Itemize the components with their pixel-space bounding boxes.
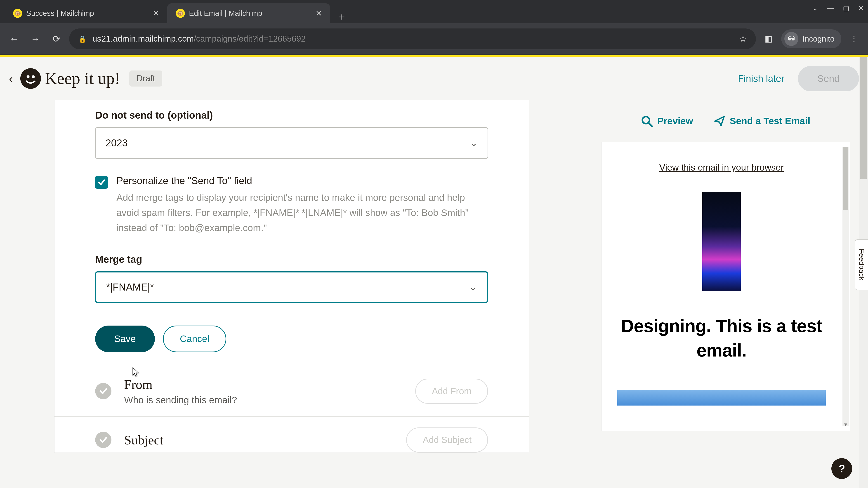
svg-point-1 [27,75,30,78]
feedback-tab[interactable]: Feedback [855,239,868,290]
scroll-thumb[interactable] [843,147,848,210]
close-icon[interactable]: ✕ [314,9,323,18]
from-heading: From [124,377,403,392]
bookmark-star-icon[interactable]: ☆ [739,34,747,44]
mailchimp-favicon-icon: 🐵 [176,9,185,18]
personalize-title: Personalize the "Send To" field [116,175,488,186]
chevron-down-icon: ⌄ [469,282,477,292]
tab-title: Edit Email | Mailchimp [189,9,310,18]
from-section: From Who is sending this email? Add From [54,366,529,417]
svg-point-2 [32,75,35,78]
preview-button[interactable]: Preview [641,115,693,127]
send-test-button[interactable]: Send a Test Email [713,115,810,127]
app-header: ‹ Keep it up! Draft Finish later Send [0,57,868,100]
tab-strip: 🐵 Success | Mailchimp ✕ 🐵 Edit Email | M… [0,0,868,23]
cancel-button[interactable]: Cancel [163,326,226,352]
reload-button[interactable]: ⟳ [48,30,65,47]
save-button[interactable]: Save [95,326,155,352]
personalize-description: Add merge tags to display your recipient… [116,190,488,236]
send-button[interactable]: Send [798,66,859,91]
merge-tag-label: Merge tag [95,254,488,265]
forward-button[interactable]: → [27,30,44,47]
window-close-button[interactable]: ✕ [858,4,864,12]
send-icon [713,115,725,127]
status-incomplete-icon [95,383,112,399]
browser-toolbar: ← → ⟳ 🔒 us21.admin.mailchimp.com/campaig… [0,23,868,55]
campaign-title[interactable]: Keep it up! [45,69,120,88]
to-section-panel: Do not send to (optional) 2023 ⌄ Persona… [54,100,529,366]
subject-section: Subject Add Subject [54,417,529,453]
back-button[interactable]: ← [5,30,23,47]
main-content: Do not send to (optional) 2023 ⌄ Persona… [0,100,868,488]
merge-tag-select[interactable]: *|FNAME|* ⌄ [95,271,488,303]
send-test-label: Send a Test Email [730,116,810,127]
personalize-row: Personalize the "Send To" field Add merg… [95,175,488,236]
window-controls: ⌄ — ▢ ✕ [812,4,864,12]
help-button[interactable]: ? [831,458,852,479]
form-column: Do not send to (optional) 2023 ⌄ Persona… [0,100,583,488]
tabs-dropdown-icon[interactable]: ⌄ [812,4,818,12]
add-subject-button[interactable]: Add Subject [406,427,488,453]
menu-icon[interactable]: ⋮ [845,30,863,47]
search-icon [641,115,653,127]
mailchimp-favicon-icon: 🐵 [13,9,22,18]
incognito-indicator[interactable]: 🕶 Incognito [781,29,841,48]
mailchimp-logo-icon[interactable] [18,66,43,91]
finish-later-link[interactable]: Finish later [738,73,784,84]
incognito-icon: 🕶 [784,32,798,46]
new-tab-button[interactable]: ＋ [330,10,353,23]
preview-column: Preview Send a Test Email View this emai… [583,100,868,488]
add-from-button[interactable]: Add From [415,379,488,404]
preview-image-strip [617,390,826,405]
personalize-checkbox[interactable] [95,176,108,189]
scroll-thumb[interactable] [860,57,867,179]
brand-stripe [0,55,868,57]
address-bar[interactable]: 🔒 us21.admin.mailchimp.com/campaigns/edi… [69,29,756,49]
svg-line-4 [649,123,652,126]
chevron-down-icon: ⌄ [470,138,477,148]
preview-label: Preview [657,116,693,127]
incognito-label: Incognito [802,34,835,43]
lock-icon: 🔒 [78,35,87,43]
do-not-send-value: 2023 [105,137,128,149]
email-preview-frame: View this email in your browser Designin… [601,142,850,431]
extensions-icon[interactable]: ◧ [760,30,777,47]
url-path: /campaigns/edit?id=12665692 [194,34,306,43]
status-badge: Draft [129,70,162,87]
do-not-send-label: Do not send to (optional) [95,109,488,121]
tab-title: Success | Mailchimp [26,9,147,18]
email-preview-body[interactable]: View this email in your browser Designin… [601,142,842,431]
minimize-button[interactable]: — [827,4,834,12]
from-subtitle: Who is sending this email? [124,395,403,405]
url-host: us21.admin.mailchimp.com [92,34,194,43]
preview-heading: Designing. This is a test email. [617,314,826,363]
subject-heading: Subject [124,432,394,448]
view-in-browser-link[interactable]: View this email in your browser [659,162,784,172]
tab-edit-email[interactable]: 🐵 Edit Email | Mailchimp ✕ [167,3,330,23]
maximize-button[interactable]: ▢ [843,4,849,12]
close-icon[interactable]: ✕ [151,9,160,18]
browser-chrome: 🐵 Success | Mailchimp ✕ 🐵 Edit Email | M… [0,0,868,55]
preview-image [702,192,741,291]
status-incomplete-icon [95,432,112,448]
preview-scrollbar[interactable]: ▲ ▼ [842,147,849,426]
merge-tag-value: *|FNAME|* [106,282,154,293]
tab-success[interactable]: 🐵 Success | Mailchimp ✕ [4,3,167,23]
svg-point-0 [20,68,41,89]
scroll-down-icon[interactable]: ▼ [842,422,849,428]
do-not-send-select[interactable]: 2023 ⌄ [95,127,488,159]
back-chevron-icon[interactable]: ‹ [4,67,18,91]
